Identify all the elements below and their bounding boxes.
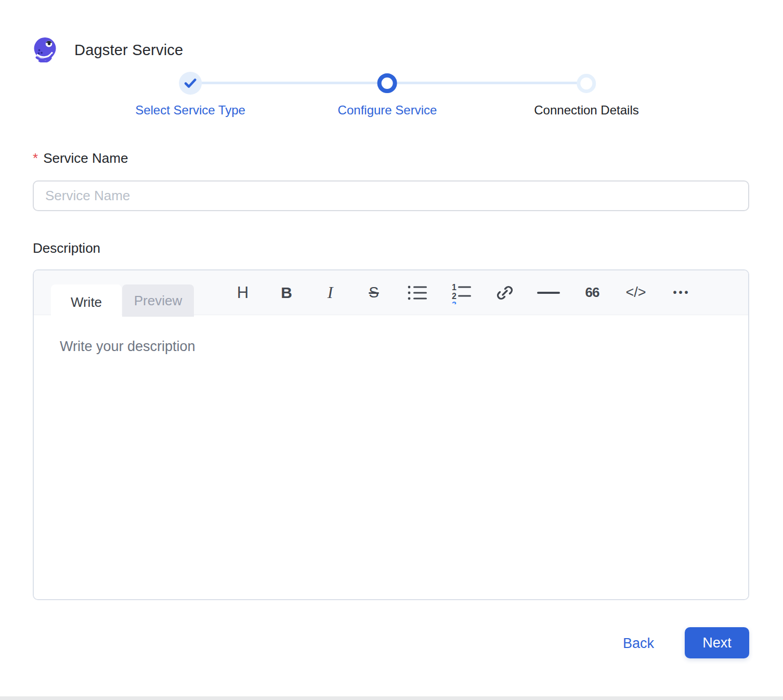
horizontal-rule-icon[interactable] (537, 281, 560, 304)
code-icon[interactable]: </> (624, 281, 647, 304)
step-connection-details[interactable]: Connection Details (534, 72, 638, 118)
service-name-label-text: Service Name (43, 150, 128, 166)
step-upcoming-circle (577, 74, 596, 93)
service-name-input[interactable] (33, 180, 749, 211)
formatting-toolbar: H B I S 1 (231, 270, 693, 315)
svg-text:3: 3 (452, 301, 456, 304)
svg-text:2: 2 (452, 292, 456, 301)
next-button[interactable]: Next (685, 627, 749, 658)
step-label: Select Service Type (135, 103, 245, 118)
step-label: Connection Details (534, 103, 638, 118)
step-completed-circle (179, 72, 202, 95)
editor-toolbar-header: Write Preview H B I S (34, 270, 748, 315)
required-asterisk: * (33, 150, 38, 166)
page-header: Dagster Service (33, 37, 183, 62)
strikethrough-icon[interactable]: S (362, 281, 385, 304)
dagster-service-wizard-page: Dagster Service Select Service Type Conf… (0, 0, 783, 700)
step-active-circle (377, 73, 397, 93)
dagster-octopus-logo-icon (33, 37, 58, 62)
service-name-label: *Service Name (33, 150, 128, 166)
step-label: Configure Service (338, 103, 437, 118)
unordered-list-icon[interactable] (406, 281, 429, 304)
check-icon (184, 78, 197, 88)
tab-write[interactable]: Write (51, 284, 122, 320)
description-editor: Write Preview H B I S (33, 269, 749, 600)
back-button[interactable]: Back (623, 634, 654, 653)
editor-write-area (34, 315, 748, 600)
quote-icon[interactable]: 66 (581, 281, 604, 304)
svg-text:1: 1 (452, 283, 456, 292)
bottom-divider (0, 696, 783, 700)
heading-icon[interactable]: H (231, 281, 254, 304)
link-icon[interactable] (493, 281, 516, 304)
description-textarea[interactable] (34, 315, 748, 600)
italic-icon[interactable]: I (319, 281, 342, 304)
page-title: Dagster Service (74, 42, 183, 59)
description-label: Description (33, 240, 100, 256)
more-icon[interactable]: ••• (668, 281, 693, 304)
ordered-list-icon[interactable]: 1 2 3 (450, 281, 473, 304)
step-select-service-type[interactable]: Select Service Type (135, 72, 245, 118)
tab-preview[interactable]: Preview (122, 284, 194, 317)
step-configure-service[interactable]: Configure Service (338, 72, 437, 118)
bold-icon[interactable]: B (275, 281, 298, 304)
